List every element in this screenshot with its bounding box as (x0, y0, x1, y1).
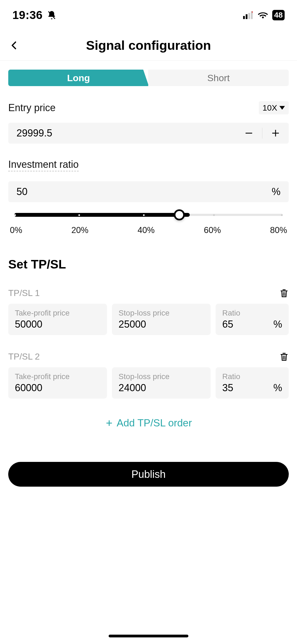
svg-rect-4 (252, 11, 253, 13)
slider-label: 60% (204, 225, 221, 235)
tp-label: Take-profit price (15, 309, 100, 317)
ratio-unit: % (273, 319, 282, 330)
position-side-segmented: Long Short (8, 70, 289, 86)
svg-rect-1 (246, 14, 247, 19)
tp-label: Take-profit price (15, 372, 100, 381)
page-title: Signal configuration (86, 38, 211, 53)
battery-icon: 48 (272, 10, 285, 20)
investment-ratio-label: Investment ratio (8, 159, 79, 171)
plus-icon (105, 419, 113, 427)
ratio-label: Ratio (222, 372, 282, 381)
slider-label: 0% (10, 225, 22, 235)
ratio-input[interactable]: Ratio 65 % (216, 304, 289, 335)
wifi-icon (257, 11, 268, 19)
entry-price-value: 29999.5 (16, 127, 244, 139)
slider-tick (213, 214, 215, 216)
slider-labels: 0% 20% 40% 60% 80% (8, 225, 289, 235)
add-tpsl-label: Add TP/SL order (117, 417, 192, 429)
slider-label: 80% (270, 225, 287, 235)
tab-short-label: Short (207, 73, 230, 83)
publish-button[interactable]: Publish (8, 462, 289, 487)
entry-price-input[interactable]: 29999.5 (8, 123, 289, 144)
entry-price-label: Entry price (8, 102, 56, 114)
status-bar: 19:36 48 (0, 0, 297, 30)
plus-button[interactable] (271, 128, 280, 138)
delete-button[interactable] (279, 352, 289, 362)
sl-value: 24000 (119, 382, 204, 394)
tab-long-label: Long (67, 73, 90, 83)
chevron-down-icon (279, 106, 285, 110)
leverage-value: 10X (263, 103, 277, 113)
tpsl-row-label: TP/SL 1 (8, 288, 40, 298)
investment-ratio-slider[interactable] (8, 209, 289, 220)
back-button[interactable] (9, 40, 19, 51)
slider-tick (281, 214, 283, 216)
home-indicator (109, 635, 188, 637)
slider-tick (78, 214, 80, 216)
svg-rect-2 (248, 13, 250, 19)
delete-button[interactable] (279, 288, 289, 298)
tp-value: 50000 (15, 319, 100, 330)
status-time: 19:36 (12, 9, 43, 22)
publish-label: Publish (131, 468, 166, 480)
slider-label: 20% (72, 225, 89, 235)
slider-fill (14, 213, 190, 217)
tab-short[interactable]: Short (148, 70, 289, 86)
stop-loss-input[interactable]: Stop-loss price 24000 (112, 367, 211, 399)
ratio-value: 35 (222, 382, 233, 394)
tp-value: 60000 (15, 382, 100, 394)
tpsl-row-label: TP/SL 2 (8, 352, 40, 362)
sl-label: Stop-loss price (119, 372, 204, 381)
minus-button[interactable] (244, 128, 254, 138)
leverage-selector[interactable]: 10X (259, 101, 289, 114)
ratio-input[interactable]: Ratio 35 % (216, 367, 289, 399)
svg-rect-0 (243, 16, 245, 19)
stop-loss-input[interactable]: Stop-loss price 25000 (112, 304, 211, 335)
investment-ratio-unit: % (272, 186, 280, 198)
slider-label: 40% (138, 225, 155, 235)
sl-label: Stop-loss price (119, 309, 204, 317)
take-profit-input[interactable]: Take-profit price 50000 (8, 304, 107, 335)
ratio-unit: % (273, 382, 282, 394)
slider-thumb[interactable] (174, 209, 185, 220)
bell-mute-icon (47, 10, 57, 20)
ratio-value: 65 (222, 319, 233, 330)
nav-header: Signal configuration (0, 30, 297, 61)
stepper-divider (262, 128, 262, 139)
add-tpsl-button[interactable]: Add TP/SL order (8, 417, 289, 429)
ratio-label: Ratio (222, 309, 282, 317)
tpsl-section-title: Set TP/SL (8, 257, 289, 272)
slider-tick (14, 214, 16, 216)
sl-value: 25000 (119, 319, 204, 330)
signal-icon (243, 11, 254, 19)
investment-ratio-input[interactable]: 50 % (8, 181, 289, 202)
tab-long[interactable]: Long (8, 70, 149, 86)
slider-tick (143, 214, 145, 216)
take-profit-input[interactable]: Take-profit price 60000 (8, 367, 107, 399)
investment-ratio-value: 50 (16, 186, 28, 198)
